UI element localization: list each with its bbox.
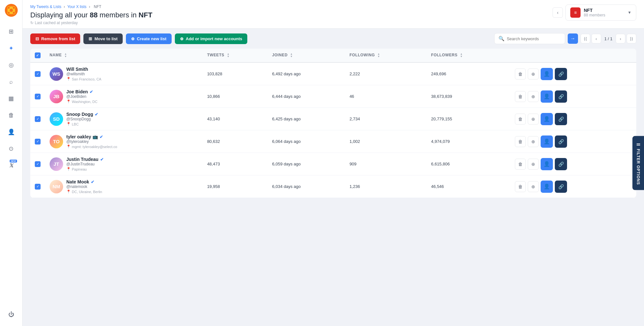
add-to-list-button[interactable]: ⊕	[528, 136, 539, 147]
row-joined: 6,059 days ago	[268, 153, 345, 175]
verified-icon: ✔	[90, 89, 93, 94]
delete-button[interactable]: 🗑	[515, 181, 526, 192]
row-checkbox-cell: ✓	[30, 62, 45, 85]
sidebar-icon-network[interactable]: ✦	[5, 42, 18, 55]
user-name: tyler oakley 📺✔	[66, 134, 198, 139]
breadcrumb-link-tweets[interactable]: My Tweets & Lists	[30, 5, 61, 9]
sort-followers-icon[interactable]: ▲▼	[460, 53, 463, 58]
user-name: Will Smith	[66, 67, 198, 72]
search-go-button[interactable]: →	[568, 33, 578, 44]
collapse-button[interactable]: ‹	[553, 7, 563, 18]
add-to-list-button[interactable]: ⊕	[528, 181, 539, 192]
add-to-list-button[interactable]: ⊕	[528, 91, 539, 102]
search-input[interactable]	[507, 36, 561, 41]
row-checkbox-0[interactable]: ✓	[35, 71, 41, 77]
add-to-list-button[interactable]: ⊕	[528, 114, 539, 125]
add-to-list-button[interactable]: ⊕	[528, 159, 539, 170]
row-following: 2,222	[345, 62, 426, 85]
sort-tweets-icon[interactable]: ▲▼	[227, 53, 230, 58]
delete-button[interactable]: 🗑	[515, 136, 526, 147]
breadcrumb-sep-1: ›	[64, 5, 65, 9]
follow-button[interactable]: 👤	[541, 158, 553, 170]
profile-link-button[interactable]: 🔗	[555, 90, 567, 103]
sidebar-icon-monitor[interactable]: ◎	[5, 59, 18, 71]
follow-button[interactable]: 👤	[541, 68, 553, 80]
table-row: ✓ NM Nate Mook✔ @natemook 📍 DC, Ukraine,…	[30, 175, 636, 198]
row-checkbox-5[interactable]: ✓	[35, 184, 41, 190]
header-checkbox-cell: ✓	[30, 49, 45, 62]
filter-panel[interactable]: ⚌ FILTER OPTIONS	[632, 136, 644, 190]
page-first-button[interactable]: ⟨⟨	[581, 34, 590, 43]
profile-link-button[interactable]: 🔗	[555, 135, 567, 148]
sort-name-icon[interactable]: ▲▼	[64, 53, 67, 58]
sort-following-icon[interactable]: ▲▼	[377, 53, 380, 58]
table-row: ✓ JB Joe Biden✔ @JoeBiden 📍 Washington, …	[30, 85, 636, 108]
follow-button[interactable]: 👤	[541, 135, 553, 148]
row-followers: 4,974,079	[427, 130, 510, 153]
action-buttons: 🗑 ⊕ 👤 🔗	[515, 181, 632, 193]
follow-button[interactable]: 👤	[541, 113, 553, 125]
sidebar-icon-tracker[interactable]: ⊙	[5, 142, 18, 155]
row-tweets: 43,140	[203, 108, 268, 130]
row-following: 1,236	[345, 175, 426, 198]
action-buttons: 🗑 ⊕ 👤 🔗	[515, 113, 632, 125]
row-checkbox-cell: ✓	[30, 153, 45, 175]
sidebar-icon-analytics[interactable]: ▦	[5, 92, 18, 105]
page-next-button[interactable]: ›	[616, 34, 625, 43]
sort-joined-icon[interactable]: ▲▼	[290, 53, 293, 58]
remove-from-list-button[interactable]: ⊟ Remove from list	[30, 33, 80, 44]
location-icon: 📍	[66, 144, 71, 149]
page-last-button[interactable]: ⟩⟩	[627, 34, 636, 43]
sidebar-icon-power[interactable]: ⏻	[5, 308, 18, 321]
action-buttons: 🗑 ⊕ 👤 🔗	[515, 135, 632, 148]
profile-link-button[interactable]: 🔗	[555, 158, 567, 170]
move-to-list-button[interactable]: ⊞ Move to list	[83, 33, 123, 44]
sidebar-icon-x-new[interactable]: 𝕏 NEW	[5, 159, 18, 172]
sidebar-icon-dashboard[interactable]: ⊞	[5, 25, 18, 38]
profile-link-button[interactable]: 🔗	[555, 181, 567, 193]
follow-button[interactable]: 👤	[541, 181, 553, 193]
profile-link-button[interactable]: 🔗	[555, 113, 567, 125]
select-all-checkbox[interactable]: ✓	[35, 52, 41, 58]
follow-button[interactable]: 👤	[541, 90, 553, 103]
user-details: Snoop Dogg✔ @SnoopDogg 📍 LBC	[66, 112, 198, 126]
data-table: ✓ NAME ▲▼ TWEETS ▲▼ JOINED ▲▼	[30, 49, 636, 198]
filter-lines-icon: ⚌	[636, 141, 641, 146]
row-followers: 6,615,806	[427, 153, 510, 175]
breadcrumb-link-xlists[interactable]: Your X lists	[67, 5, 87, 9]
page-prev-button[interactable]: ‹	[592, 34, 601, 43]
create-new-list-button[interactable]: ⊕ Create new list	[126, 33, 172, 44]
verified-icon: ✔	[100, 157, 104, 162]
list-dropdown[interactable]: ≡ NFT 88 members ▼	[565, 5, 636, 21]
verified-icon: ✔	[99, 135, 103, 139]
profile-link-button[interactable]: 🔗	[555, 68, 567, 80]
sidebar-icon-users[interactable]: 👤	[5, 126, 18, 138]
dropdown-chevron-icon: ▼	[628, 10, 631, 15]
cache-icon: ↻	[30, 21, 33, 25]
delete-button[interactable]: 🗑	[515, 159, 526, 170]
user-location: 📍 Papineau	[66, 167, 198, 171]
user-handle: @willsmith	[66, 72, 198, 76]
delete-button[interactable]: 🗑	[515, 91, 526, 102]
delete-button[interactable]: 🗑	[515, 69, 526, 79]
user-location: 📍 LBC	[66, 122, 198, 126]
row-actions-cell: 🗑 ⊕ 👤 🔗	[510, 108, 636, 130]
row-checkbox-2[interactable]: ✓	[35, 116, 41, 122]
row-user-cell: TO tyler oakley 📺✔ @tyleroakley 📍 mgmt: …	[45, 130, 203, 153]
sidebar-icon-search[interactable]: ⌕	[5, 75, 18, 88]
location-icon: 📍	[66, 99, 71, 104]
row-checkbox-1[interactable]: ✓	[35, 94, 41, 99]
row-checkbox-3[interactable]: ✓	[35, 139, 41, 144]
row-checkbox-4[interactable]: ✓	[35, 161, 41, 167]
row-joined: 6,425 days ago	[268, 108, 345, 130]
row-following: 909	[345, 153, 426, 175]
add-import-accounts-button[interactable]: ⊕ Add or import new accounts	[175, 33, 248, 44]
table-row: ✓ JT Justin Trudeau✔ @JustinTrudeau 📍 Pa…	[30, 153, 636, 175]
list-name: NFT	[584, 8, 624, 13]
row-checkbox-cell: ✓	[30, 175, 45, 198]
svg-point-2	[10, 9, 13, 12]
sidebar-icon-trash[interactable]: 🗑	[5, 109, 18, 122]
action-buttons: 🗑 ⊕ 👤 🔗	[515, 68, 632, 80]
add-to-list-button[interactable]: ⊕	[528, 69, 539, 79]
delete-button[interactable]: 🗑	[515, 114, 526, 125]
